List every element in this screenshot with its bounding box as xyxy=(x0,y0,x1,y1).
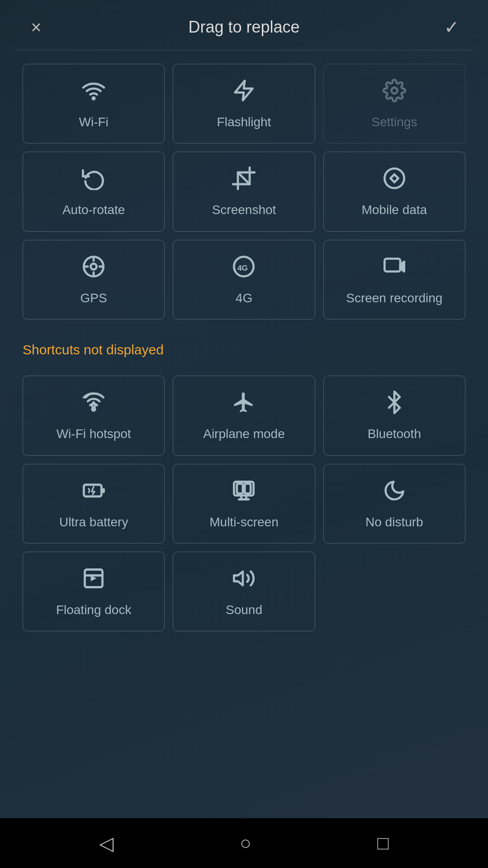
svg-marker-23 xyxy=(234,572,243,585)
settings-icon xyxy=(383,79,406,106)
svg-rect-18 xyxy=(237,483,243,493)
airplane-icon xyxy=(232,391,256,418)
shortcuts-not-displayed-heading: Shortcuts not displayed xyxy=(0,333,488,362)
svg-marker-14 xyxy=(400,262,404,272)
wifi-icon xyxy=(82,79,105,106)
back-button[interactable]: ◁ xyxy=(99,832,114,854)
svg-point-2 xyxy=(391,88,397,94)
tile-sound[interactable]: Sound xyxy=(173,552,315,631)
gps-icon xyxy=(82,255,105,282)
tile-auto-rotate[interactable]: Auto-rotate xyxy=(23,152,165,231)
navigation-bar: ◁ ○ □ xyxy=(0,818,488,868)
mobile-data-icon xyxy=(383,167,406,194)
tile-floating-dock-label: Floating dock xyxy=(56,602,132,618)
auto-rotate-icon xyxy=(82,167,105,194)
active-shortcuts-section: Wi-Fi Flashlight Settings Auto-rotate xyxy=(0,50,488,333)
svg-point-6 xyxy=(91,263,97,269)
flashlight-icon xyxy=(232,79,256,106)
ultra-battery-icon xyxy=(82,479,105,506)
tile-wifi-label: Wi-Fi xyxy=(79,114,109,130)
tile-4g-label: 4G xyxy=(236,290,252,306)
header-title: Drag to replace xyxy=(188,18,299,37)
tile-auto-rotate-label: Auto-rotate xyxy=(62,202,125,218)
recents-button[interactable]: □ xyxy=(377,832,389,854)
multi-screen-icon xyxy=(232,479,256,506)
tile-flashlight-label: Flashlight xyxy=(217,114,271,130)
tile-floating-dock[interactable]: Floating dock xyxy=(23,552,165,631)
tile-wifi-hotspot[interactable]: Wi-Fi hotspot xyxy=(23,376,165,455)
svg-line-3 xyxy=(238,172,250,184)
inactive-shortcuts-grid: Wi-Fi hotspot Airplane mode Bluetooth Ul… xyxy=(23,376,465,631)
tile-settings[interactable]: Settings xyxy=(323,64,465,143)
wifi-hotspot-icon xyxy=(82,391,105,418)
confirm-button[interactable]: ✓ xyxy=(438,14,465,41)
tile-ultra-battery[interactable]: Ultra battery xyxy=(23,464,165,544)
tile-mobile-data[interactable]: Mobile data xyxy=(323,152,465,231)
bluetooth-icon xyxy=(383,391,406,418)
tile-bluetooth[interactable]: Bluetooth xyxy=(323,376,465,455)
svg-text:4G: 4G xyxy=(237,263,248,272)
screen-recording-icon xyxy=(383,255,406,282)
4g-icon: 4G xyxy=(232,255,256,282)
tile-multi-screen[interactable]: Multi-screen xyxy=(173,464,315,544)
tile-screenshot[interactable]: Screenshot xyxy=(173,152,315,231)
no-disturb-icon xyxy=(383,479,406,506)
svg-rect-19 xyxy=(245,483,251,493)
tile-airplane-label: Airplane mode xyxy=(203,426,285,442)
tile-airplane[interactable]: Airplane mode xyxy=(173,376,315,455)
active-shortcuts-grid: Wi-Fi Flashlight Settings Auto-rotate xyxy=(23,64,465,320)
svg-point-0 xyxy=(93,97,95,99)
tile-4g[interactable]: 4G 4G xyxy=(173,240,315,320)
home-button[interactable]: ○ xyxy=(240,832,251,854)
tile-sound-label: Sound xyxy=(226,602,262,618)
tile-settings-label: Settings xyxy=(371,114,417,130)
tile-bluetooth-label: Bluetooth xyxy=(368,426,421,442)
tile-ultra-battery-label: Ultra battery xyxy=(59,514,128,530)
close-button[interactable]: × xyxy=(23,14,50,41)
tile-wifi-hotspot-label: Wi-Fi hotspot xyxy=(57,426,131,442)
floating-dock-icon xyxy=(82,567,105,594)
tile-flashlight[interactable]: Flashlight xyxy=(173,64,315,143)
svg-rect-13 xyxy=(384,258,400,271)
tile-screen-recording-label: Screen recording xyxy=(346,290,442,306)
tile-mobile-data-label: Mobile data xyxy=(361,202,427,218)
tile-multi-screen-label: Multi-screen xyxy=(209,514,278,530)
tile-screen-recording[interactable]: Screen recording xyxy=(323,240,465,320)
tile-screenshot-label: Screenshot xyxy=(212,202,276,218)
inactive-shortcuts-section: Wi-Fi hotspot Airplane mode Bluetooth Ul… xyxy=(0,362,488,645)
sound-icon xyxy=(232,567,256,594)
tile-wifi[interactable]: Wi-Fi xyxy=(23,64,165,143)
tile-gps-label: GPS xyxy=(81,290,107,306)
screenshot-icon xyxy=(232,167,256,194)
tile-gps[interactable]: GPS xyxy=(23,240,165,320)
header: × Drag to replace ✓ xyxy=(0,0,488,50)
svg-marker-1 xyxy=(235,81,253,100)
tile-no-disturb[interactable]: No disturb xyxy=(323,464,465,544)
svg-point-4 xyxy=(384,169,404,188)
tile-no-disturb-label: No disturb xyxy=(365,514,423,530)
